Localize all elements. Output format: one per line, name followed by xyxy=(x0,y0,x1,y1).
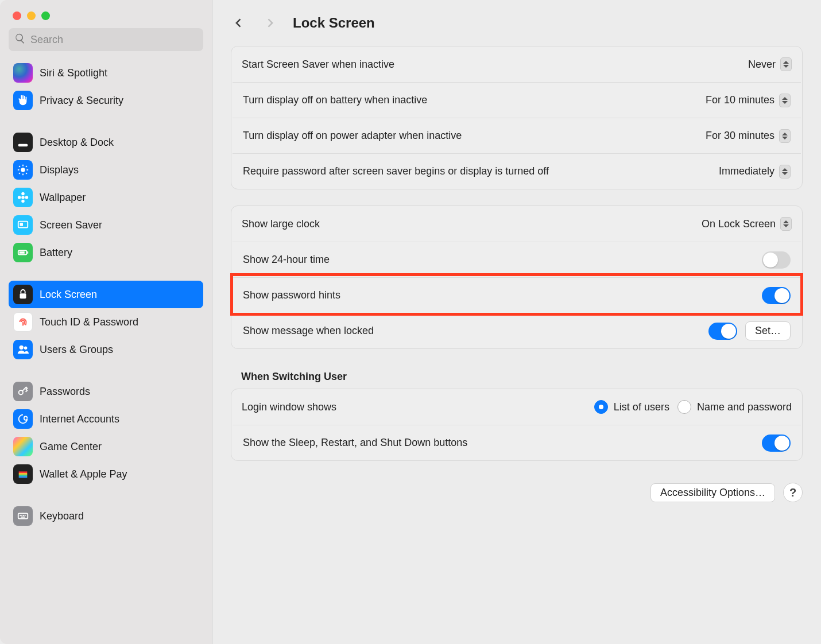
sidebar-scroll[interactable]: Siri & Spotlight Privacy & Security Desk… xyxy=(0,57,212,644)
row-label: Show message when locked xyxy=(243,324,374,337)
search-input[interactable] xyxy=(30,34,197,46)
sidebar-item-label: Internet Accounts xyxy=(40,413,119,425)
keyboard-icon xyxy=(13,506,33,526)
accessibility-options-button[interactable]: Accessibility Options… xyxy=(650,483,775,502)
footer: Accessibility Options… ? xyxy=(231,477,803,502)
help-button[interactable]: ? xyxy=(783,483,803,502)
chevron-updown-icon xyxy=(780,57,792,71)
sidebar-item-label: Touch ID & Password xyxy=(40,316,138,328)
popup-value: For 10 minutes xyxy=(706,94,774,106)
sidebar-item-passwords[interactable]: Passwords xyxy=(9,378,203,405)
sidebar-item-desktop-dock[interactable]: Desktop & Dock xyxy=(9,129,203,156)
svg-rect-29 xyxy=(19,475,28,476)
row-label: Show large clock xyxy=(242,217,320,231)
page-title: Lock Screen xyxy=(293,15,375,31)
sidebar-item-label: Battery xyxy=(40,247,72,259)
svg-rect-32 xyxy=(20,515,21,516)
radio-icon xyxy=(677,400,691,414)
toggle-24-hour-time[interactable] xyxy=(762,251,791,269)
flower-icon xyxy=(13,188,33,207)
main-header: Lock Screen xyxy=(212,0,821,46)
svg-point-24 xyxy=(20,346,24,350)
svg-rect-28 xyxy=(19,473,28,475)
sidebar-item-displays[interactable]: Displays xyxy=(9,156,203,184)
row-password-hints: Show password hints xyxy=(233,277,801,313)
main-pane: Lock Screen Start Screen Saver when inac… xyxy=(212,0,821,644)
svg-point-25 xyxy=(24,347,28,350)
sidebar-item-label: Displays xyxy=(40,164,79,176)
svg-point-15 xyxy=(21,200,25,203)
chevron-updown-icon xyxy=(779,129,791,143)
sidebar-item-game-center[interactable]: Game Center xyxy=(9,433,203,460)
toggle-password-hints[interactable] xyxy=(762,287,791,304)
chevron-updown-icon xyxy=(780,217,792,231)
radio-label: List of users xyxy=(614,401,669,413)
svg-rect-3 xyxy=(23,145,24,146)
large-clock-popup[interactable]: On Lock Screen xyxy=(702,217,792,231)
svg-line-11 xyxy=(19,173,20,174)
svg-point-26 xyxy=(19,390,23,394)
users-icon xyxy=(13,340,33,359)
display-off-adapter-popup[interactable]: For 30 minutes xyxy=(706,129,791,143)
sidebar-item-label: Keyboard xyxy=(40,510,84,522)
row-message-when-locked: Show message when locked Set… xyxy=(233,313,801,348)
set-message-button[interactable]: Set… xyxy=(745,321,791,340)
svg-rect-1 xyxy=(20,145,21,146)
radio-label: Name and password xyxy=(697,401,792,413)
sidebar-item-keyboard[interactable]: Keyboard xyxy=(9,502,203,530)
minimize-window-button[interactable] xyxy=(27,11,36,20)
back-button[interactable] xyxy=(231,15,247,31)
sidebar-item-siri-spotlight[interactable]: Siri & Spotlight xyxy=(9,59,203,87)
sidebar-item-label: Privacy & Security xyxy=(40,95,123,107)
row-label: Turn display off on battery when inactiv… xyxy=(243,93,427,107)
sidebar-item-privacy-security[interactable]: Privacy & Security xyxy=(9,87,203,114)
popup-value: Never xyxy=(748,59,776,71)
siri-icon xyxy=(13,63,33,83)
battery-icon xyxy=(13,243,33,262)
gamecenter-icon xyxy=(13,437,33,456)
forward-button[interactable] xyxy=(262,15,278,31)
svg-rect-33 xyxy=(21,515,22,516)
svg-rect-34 xyxy=(23,515,24,516)
key-icon xyxy=(13,382,33,401)
row-label: Turn display off on power adapter when i… xyxy=(243,129,462,142)
search-field[interactable] xyxy=(9,28,203,51)
sidebar-item-wallet-apple-pay[interactable]: Wallet & Apple Pay xyxy=(9,460,203,488)
radio-name-and-password[interactable]: Name and password xyxy=(677,400,792,414)
sidebar-item-touchid-password[interactable]: Touch ID & Password xyxy=(9,308,203,336)
sidebar-item-lock-screen[interactable]: Lock Screen xyxy=(9,281,203,308)
svg-point-4 xyxy=(21,168,25,172)
zoom-window-button[interactable] xyxy=(41,11,50,20)
screen-saver-popup[interactable]: Never xyxy=(748,57,792,71)
radio-icon xyxy=(594,400,608,414)
svg-rect-2 xyxy=(21,145,22,146)
sidebar-item-screen-saver[interactable]: Screen Saver xyxy=(9,211,203,239)
svg-rect-35 xyxy=(25,515,26,516)
svg-rect-21 xyxy=(20,251,25,254)
close-window-button[interactable] xyxy=(13,11,21,20)
sidebar-item-wallpaper[interactable]: Wallpaper xyxy=(9,184,203,211)
chevron-updown-icon xyxy=(779,94,791,107)
popup-value: On Lock Screen xyxy=(702,218,776,230)
svg-point-17 xyxy=(25,196,28,199)
svg-line-10 xyxy=(26,173,27,174)
switching-user-panel: Login window shows List of users Name an… xyxy=(231,389,803,461)
sidebar-item-users-groups[interactable]: Users & Groups xyxy=(9,336,203,363)
inactivity-settings-panel: Start Screen Saver when inactive Never T… xyxy=(231,46,803,189)
require-password-popup[interactable]: Immediately xyxy=(719,165,791,179)
dock-icon xyxy=(13,133,33,152)
sidebar-item-label: Game Center xyxy=(40,441,102,453)
display-off-battery-popup[interactable]: For 10 minutes xyxy=(706,94,791,107)
lock-icon xyxy=(13,285,33,304)
svg-rect-30 xyxy=(19,476,28,478)
row-label: Show the Sleep, Restart, and Shut Down b… xyxy=(243,436,467,449)
svg-line-12 xyxy=(26,166,27,167)
sidebar-item-battery[interactable]: Battery xyxy=(9,239,203,266)
row-label: Show 24-hour time xyxy=(243,253,330,266)
radio-list-of-users[interactable]: List of users xyxy=(594,400,669,414)
toggle-sleep-restart-shutdown[interactable] xyxy=(762,434,791,452)
svg-point-14 xyxy=(21,192,25,196)
sidebar-item-internet-accounts[interactable]: Internet Accounts xyxy=(9,405,203,433)
toggle-message-when-locked[interactable] xyxy=(708,323,737,340)
row-label: Require password after screen saver begi… xyxy=(243,164,549,178)
